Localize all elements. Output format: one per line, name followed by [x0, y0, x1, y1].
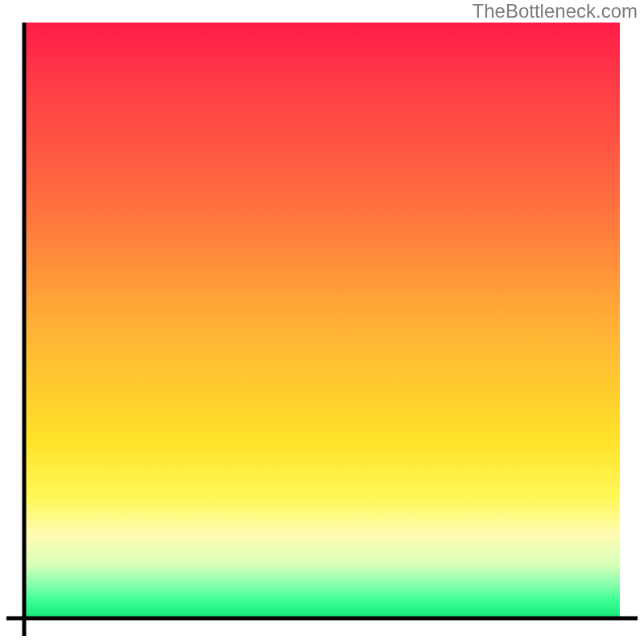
axis-frame: [0, 0, 644, 644]
